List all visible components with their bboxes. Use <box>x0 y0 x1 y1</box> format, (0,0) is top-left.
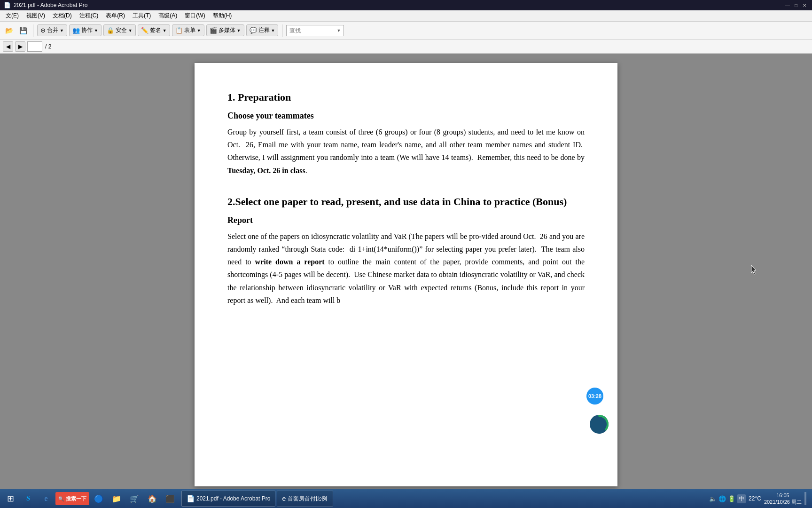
media-icon: 🎬 <box>210 27 217 34</box>
input-method[interactable]: 中 <box>737 494 746 503</box>
collab-arrow: ▼ <box>94 28 98 33</box>
collab-icon: 👥 <box>72 27 80 34</box>
comment-arrow: ▼ <box>271 28 275 33</box>
toolbar: 📂 💾 ⊕ 合并 ▼ 👥 协作 ▼ 🔒 安全 ▼ ✏️ 签名 ▼ 📋 表单 ▼ … <box>0 22 812 40</box>
pdf-page: 1. Preparation Choose your teammates Gro… <box>195 63 617 486</box>
menu-item-form[interactable]: 表单(R) <box>102 11 129 21</box>
menu-item-file[interactable]: 文(E) <box>2 11 23 21</box>
search-box[interactable]: ▼ <box>286 25 344 36</box>
media-label: 多媒体 <box>219 26 235 34</box>
taskbar-store[interactable]: 🛒 <box>126 491 143 507</box>
taskbar-explorer[interactable]: 📁 <box>108 491 125 507</box>
security-icon: 🔒 <box>107 27 114 34</box>
section-2-subheading: Report <box>227 215 585 225</box>
merge-icon: ⊕ <box>40 27 46 34</box>
merge-arrow: ▼ <box>60 28 64 33</box>
collab-label: 协作 <box>81 26 93 34</box>
collab-tool-button[interactable]: 👥 协作 ▼ <box>69 24 102 36</box>
toolbar-separator-2 <box>282 24 282 37</box>
search-dropdown-icon[interactable]: ▼ <box>336 28 341 33</box>
pdf-content-area[interactable]: 1. Preparation Choose your teammates Gro… <box>0 54 812 489</box>
menu-item-tools[interactable]: 工具(T) <box>129 11 155 21</box>
timer-widget: 03:28 <box>586 388 603 405</box>
sign-arrow: ▼ <box>163 28 167 33</box>
start-button[interactable]: ⊞ <box>2 491 19 507</box>
comment-icon: 💬 <box>250 27 257 34</box>
title-bar-icon: 📄 <box>4 2 11 8</box>
close-button[interactable]: ✕ <box>801 1 808 9</box>
menu-item-doc[interactable]: 文档(D) <box>49 11 76 21</box>
section-1-subheading: Choose your teammates <box>227 111 585 121</box>
section-1-body: Group by yourself first, a team consist … <box>227 126 585 177</box>
progress-circle: 35 % 89.9K/s <box>588 413 608 433</box>
taskbar-app-browser[interactable]: e 首套房首付比例 <box>277 491 333 507</box>
timer-display: 03:28 <box>586 388 603 405</box>
toolbar-separator-1 <box>33 24 33 37</box>
search-input[interactable] <box>289 27 336 34</box>
form-tool-button[interactable]: 📋 表单 ▼ <box>172 24 204 36</box>
form-icon: 📋 <box>175 27 183 34</box>
clock-date: 2021/10/26 周二 <box>764 499 802 505</box>
taskbar-edge[interactable]: 🔵 <box>90 491 107 507</box>
system-clock[interactable]: 16:05 2021/10/26 周二 <box>764 492 802 506</box>
page-number-input[interactable]: 1 <box>27 41 42 52</box>
title-bar-title: 2021.pdf - Adobe Acrobat Pro <box>14 2 784 8</box>
mouse-cursor <box>751 265 757 275</box>
sign-tool-button[interactable]: ✏️ 签名 ▼ <box>138 24 170 36</box>
search-app-label: 搜索一下 <box>66 495 86 502</box>
tray-icon-2[interactable]: 🌐 <box>718 495 726 502</box>
comment-label: 注释 <box>258 26 270 34</box>
minimize-button[interactable]: — <box>784 1 791 9</box>
weather-temp: 22°C <box>749 495 761 502</box>
taskbar-search-app[interactable]: 🔍 搜索一下 <box>55 492 89 505</box>
taskbar-terminal[interactable]: ⬛ <box>162 491 179 507</box>
browser-label: 首套房首付比例 <box>288 495 327 503</box>
browser-icon: e <box>282 495 286 502</box>
security-tool-button[interactable]: 🔒 安全 ▼ <box>103 24 136 36</box>
taskbar-sougou[interactable]: S <box>20 491 37 507</box>
taskbar-apps: 📄 2021.pdf - Adobe Acrobat Pro e 首套房首付比例 <box>181 491 704 507</box>
menu-item-view[interactable]: 视图(V) <box>23 11 49 21</box>
security-label: 安全 <box>116 26 127 34</box>
media-tool-button[interactable]: 🎬 多媒体 ▼ <box>206 24 244 36</box>
tray-icon-1[interactable]: 🔈 <box>709 495 717 502</box>
comment-tool-button[interactable]: 💬 注释 ▼ <box>246 24 279 36</box>
taskbar: ⊞ S e 🔍 搜索一下 🔵 📁 🛒 🏠 ⬛ 📄 2021.pdf - Adob… <box>0 489 812 508</box>
nav-forward-button[interactable]: ▶ <box>15 41 25 52</box>
sys-tray-icons: 🔈 🌐 🔋 中 <box>709 494 746 503</box>
merge-label: 合并 <box>47 26 58 34</box>
section-2-body-text: Select one of the papers on idiosyncrati… <box>227 232 585 304</box>
toolbar-icon-open[interactable]: 📂 <box>3 24 15 37</box>
form-arrow: ▼ <box>197 28 201 33</box>
title-bar-controls: — □ ✕ <box>784 1 808 9</box>
toolbar-icon-save[interactable]: 💾 <box>17 24 29 37</box>
section-1-heading: 1. Preparation <box>227 91 585 103</box>
taskbar-app-acrobat[interactable]: 📄 2021.pdf - Adobe Acrobat Pro <box>181 491 275 507</box>
menu-item-advanced[interactable]: 高级(A) <box>155 11 181 21</box>
sign-label: 签名 <box>150 26 161 34</box>
section-2-heading: 2.Select one paper to read, present, and… <box>227 196 585 208</box>
form-label: 表单 <box>184 26 195 34</box>
section-2: 2.Select one paper to read, present, and… <box>227 196 585 307</box>
menu-item-help[interactable]: 帮助(H) <box>209 11 236 21</box>
maximize-button[interactable]: □ <box>792 1 800 9</box>
security-arrow: ▼ <box>128 28 133 33</box>
nav-back-button[interactable]: ◀ <box>3 41 13 52</box>
merge-tool-button[interactable]: ⊕ 合并 ▼ <box>37 24 67 36</box>
menu-item-window[interactable]: 窗口(W) <box>181 11 209 21</box>
section-2-body: Select one of the papers on idiosyncrati… <box>227 230 585 307</box>
acrobat-label: 2021.pdf - Adobe Acrobat Pro <box>196 495 270 502</box>
section-1: 1. Preparation Choose your teammates Gro… <box>227 91 585 177</box>
progress-widget: 35 % 89.9K/s <box>588 413 608 433</box>
page-total: / 2 <box>45 43 51 50</box>
taskbar-browser[interactable]: e <box>38 491 55 507</box>
title-bar: 📄 2021.pdf - Adobe Acrobat Pro — □ ✕ <box>0 0 812 10</box>
taskbar-home[interactable]: 🏠 <box>144 491 161 507</box>
show-desktop-btn[interactable] <box>804 492 806 505</box>
sign-icon: ✏️ <box>141 27 148 34</box>
menu-item-note[interactable]: 注程(C) <box>76 11 102 21</box>
menu-bar: 文(E) 视图(V) 文档(D) 注程(C) 表单(R) 工具(T) 高级(A)… <box>0 10 812 22</box>
tray-icon-3[interactable]: 🔋 <box>728 495 735 502</box>
clock-time: 16:05 <box>764 492 802 499</box>
media-arrow: ▼ <box>237 28 241 33</box>
